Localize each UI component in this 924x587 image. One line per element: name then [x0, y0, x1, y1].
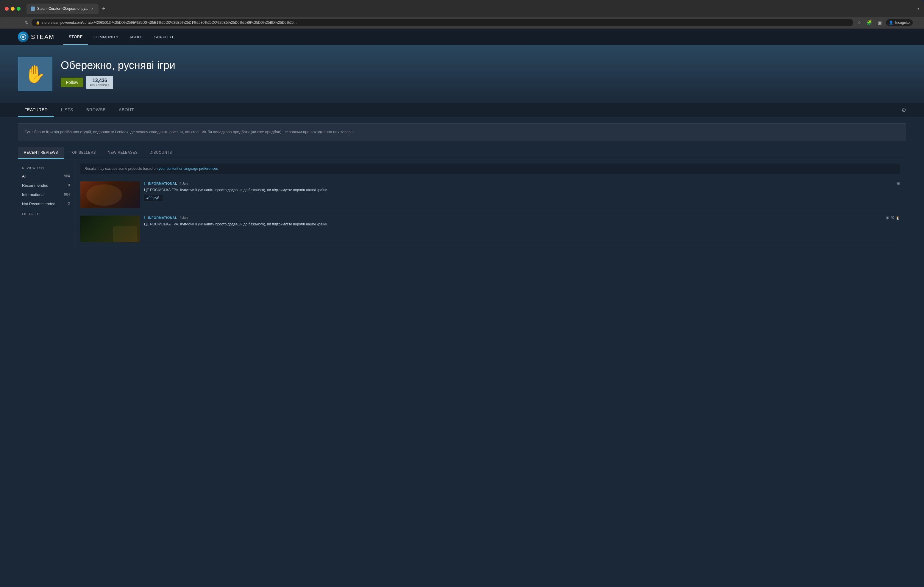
filter-not-recommended[interactable]: Not Recommended 2 — [18, 199, 74, 209]
nav-community[interactable]: COMMUNITY — [88, 29, 124, 45]
filter-informational[interactable]: Informational 964 — [18, 190, 74, 199]
new-tab-button[interactable]: + — [100, 5, 107, 13]
tab-dropdown-icon[interactable]: ▾ — [917, 7, 919, 11]
windows-icon: ⊞ — [897, 181, 900, 186]
game-date-2: 4 July — [180, 216, 188, 219]
profile-icon: 👤 — [889, 21, 893, 25]
game-tag-2: INFORMATIONAL — [148, 216, 177, 219]
steam-nav: STEAM STORE COMMUNITY ABOUT SUPPORT — [0, 29, 924, 45]
tab-featured[interactable]: FEATURED — [18, 103, 54, 117]
back-button[interactable]: ← — [3, 19, 11, 26]
hand-stop-icon: ✋ — [25, 66, 46, 83]
filter-not-recommended-label: Not Recommended — [22, 202, 66, 206]
followers-label: FOLLOWERS — [90, 84, 109, 87]
tab-close-button[interactable]: ✕ — [90, 7, 94, 11]
forward-button[interactable]: → — [14, 19, 22, 26]
nav-about[interactable]: ABOUT — [124, 29, 149, 45]
address-url: store.steampowered.com/curator/42985013-… — [42, 21, 297, 25]
browser-window: Steam Curator: Обережно, ру... ✕ + ▾ ← →… — [0, 0, 924, 250]
linux-icon: 🐧 — [896, 215, 900, 220]
game-price-1: 499 руб. — [144, 195, 163, 201]
filter-recommended-count: 0 — [68, 183, 70, 187]
game-list: Results may exclude some products based … — [74, 159, 906, 250]
more-options-button[interactable]: ⋮ — [916, 20, 921, 26]
browser-titlebar: Steam Curator: Обережно, ру... ✕ + ▾ — [0, 0, 924, 16]
page-tabs-section: FEATURED LISTS BROWSE ABOUT ⚙ — [0, 103, 924, 117]
filter-all[interactable]: All 964 — [18, 172, 74, 181]
notice-link[interactable]: your content or language preferences — [158, 166, 218, 171]
followers-badge: 13,436 FOLLOWERS — [86, 76, 113, 89]
active-tab[interactable]: Steam Curator: Обережно, ру... ✕ — [26, 3, 99, 14]
content-area: REVIEW TYPE All 964 Recommended 0 Inform… — [18, 159, 906, 250]
curator-avatar: ✋ — [18, 57, 53, 91]
mac-icon: ⌘ — [890, 215, 894, 220]
steam-logo-icon — [18, 31, 28, 42]
game-thumbnail-grimshade[interactable] — [80, 181, 140, 208]
platform-icons-2: ⊞ ⌘ 🐧 — [886, 215, 900, 220]
review-tabs: RECENT REVIEWS TOP SELLERS NEW RELEASES … — [18, 147, 906, 159]
game-date-1: 4 July — [180, 182, 188, 185]
tab-lists[interactable]: LISTS — [54, 103, 79, 117]
address-bar[interactable]: 🔒 store.steampowered.com/curator/4298501… — [31, 19, 853, 26]
maximize-window-button[interactable] — [16, 7, 21, 11]
tab-recent-reviews[interactable]: RECENT REVIEWS — [18, 147, 64, 159]
extensions-icon[interactable]: 🧩 — [865, 19, 873, 26]
tab-top-sellers[interactable]: TOP SELLERS — [64, 147, 102, 159]
game-tag-row-1: ℹ INFORMATIONAL 4 July ⊞ — [144, 181, 900, 186]
close-window-button[interactable] — [5, 7, 8, 11]
bookmark-star-icon[interactable]: ☆ — [856, 19, 862, 26]
curator-hero: ✋ Обережно, русняві ігри Follow 13,436 F… — [0, 45, 924, 103]
profile-label: Incognito — [895, 21, 910, 25]
game-tag-1: INFORMATIONAL — [148, 182, 177, 185]
game-info-grimshade: ℹ INFORMATIONAL 4 July ⊞ ЦЕ РОСІЙСЬКА ГР… — [144, 181, 900, 201]
sidebar: REVIEW TYPE All 964 Recommended 0 Inform… — [18, 159, 74, 250]
address-bar-row: ← → ↻ 🔒 store.steampowered.com/curator/4… — [0, 16, 924, 29]
tab-discounts[interactable]: DISCOUNTS — [144, 147, 178, 159]
steam-logo: STEAM — [18, 31, 54, 42]
followers-count: 13,436 — [92, 77, 107, 84]
sidebar-icon[interactable]: ▣ — [876, 19, 883, 26]
filter-not-recommended-count: 2 — [68, 202, 70, 206]
filter-all-label: All — [22, 174, 62, 178]
tab-title: Steam Curator: Обережно, ру... — [37, 7, 88, 11]
filter-informational-count: 964 — [64, 192, 70, 197]
leviathan-art — [80, 215, 140, 242]
settings-gear-icon[interactable]: ⚙ — [901, 107, 906, 113]
minimize-window-button[interactable] — [11, 7, 15, 11]
filter-recommended-label: Recommended — [22, 183, 66, 187]
game-desc-2: ЦЕ РОСІЙСЬКА ГРА. Купуючи її (чи навіть … — [144, 222, 900, 227]
info-icon-2: ℹ — [144, 215, 145, 220]
nav-support[interactable]: SUPPORT — [149, 29, 179, 45]
tab-about[interactable]: ABOUT — [112, 103, 140, 117]
grimshade-art — [80, 181, 140, 208]
curator-info: Обережно, русняві ігри Follow 13,436 FOL… — [61, 59, 906, 89]
tab-new-releases[interactable]: NEW RELEASES — [102, 147, 144, 159]
curator-name: Обережно, русняві ігри — [61, 59, 906, 72]
refresh-button[interactable]: ↻ — [25, 20, 28, 25]
filter-informational-label: Informational — [22, 192, 62, 197]
secure-lock-icon: 🔒 — [36, 21, 40, 25]
game-desc-1: ЦЕ РОСІЙСЬКА ГРА. Купуючи її (чи навіть … — [144, 187, 900, 193]
profile-area: 👤 Incognito — [886, 19, 913, 26]
tabs-row: Steam Curator: Обережно, ру... ✕ + ▾ — [26, 3, 919, 14]
curator-description: Тут зібрано ігри від російських студій, … — [18, 123, 906, 141]
follow-button[interactable]: Follow — [61, 77, 83, 87]
steam-page: STEAM STORE COMMUNITY ABOUT SUPPORT ✋ Об… — [0, 29, 924, 250]
nav-store[interactable]: STORE — [63, 29, 88, 45]
address-text: store.steampowered.com/curator/42985013-… — [42, 21, 849, 25]
game-tag-row-2: ℹ INFORMATIONAL 4 July ⊞ ⌘ 🐧 — [144, 215, 900, 220]
tab-browse[interactable]: BROWSE — [80, 103, 112, 117]
filter-to-label: FILTER TO — [18, 209, 74, 218]
game-info-leviathan: ℹ INFORMATIONAL 4 July ⊞ ⌘ 🐧 ЦЕ РОСІЙСЬК… — [144, 215, 900, 229]
nav-links: STORE COMMUNITY ABOUT SUPPORT — [63, 29, 179, 45]
windows-icon-2: ⊞ — [886, 215, 889, 220]
game-card-leviathan: ℹ INFORMATIONAL 4 July ⊞ ⌘ 🐧 ЦЕ РОСІЙСЬК… — [80, 212, 900, 246]
info-icon-1: ℹ — [144, 181, 145, 186]
game-thumbnail-leviathan[interactable] — [80, 215, 140, 242]
platform-icons-1: ⊞ — [897, 181, 900, 186]
filter-recommended[interactable]: Recommended 0 — [18, 181, 74, 190]
filter-all-count: 964 — [64, 174, 70, 178]
notice-bar: Results may exclude some products based … — [80, 164, 900, 174]
curator-actions: Follow 13,436 FOLLOWERS — [61, 76, 906, 89]
svg-point-1 — [22, 36, 25, 38]
